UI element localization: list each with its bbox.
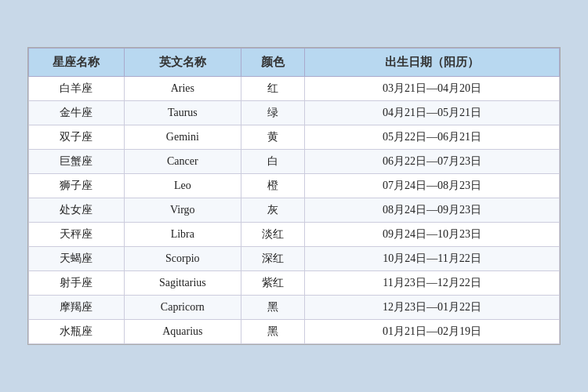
cell-chinese: 白羊座	[29, 77, 125, 101]
cell-dates: 07月24日—08月23日	[305, 174, 560, 198]
table-row: 处女座Virgo灰08月24日—09月23日	[29, 198, 560, 223]
header-date: 出生日期（阳历）	[305, 49, 560, 77]
cell-color: 黑	[241, 320, 304, 344]
table-row: 天秤座Libra淡红09月24日—10月23日	[29, 223, 560, 247]
cell-color: 白	[241, 150, 304, 174]
cell-color: 绿	[241, 101, 304, 125]
cell-chinese: 处女座	[29, 198, 125, 223]
cell-color: 紫红	[241, 271, 304, 296]
cell-dates: 04月21日—05月21日	[305, 101, 560, 125]
zodiac-table: 星座名称 英文名称 颜色 出生日期（阳历） 白羊座Aries红03月21日—04…	[28, 48, 560, 344]
table-row: 白羊座Aries红03月21日—04月20日	[29, 77, 560, 101]
cell-english: Gemini	[124, 125, 241, 150]
cell-english: Leo	[124, 174, 241, 198]
table-row: 摩羯座Capricorn黑12月23日—01月22日	[29, 296, 560, 320]
cell-chinese: 天秤座	[29, 223, 125, 247]
cell-english: Libra	[124, 223, 241, 247]
header-chinese: 星座名称	[29, 49, 125, 77]
cell-english: Cancer	[124, 150, 241, 174]
cell-dates: 09月24日—10月23日	[305, 223, 560, 247]
cell-dates: 10月24日—11月22日	[305, 247, 560, 271]
cell-color: 淡红	[241, 223, 304, 247]
cell-color: 橙	[241, 174, 304, 198]
cell-color: 红	[241, 77, 304, 101]
cell-color: 深红	[241, 247, 304, 271]
cell-chinese: 射手座	[29, 271, 125, 296]
cell-english: Aquarius	[124, 320, 241, 344]
cell-dates: 12月23日—01月22日	[305, 296, 560, 320]
cell-english: Virgo	[124, 198, 241, 223]
cell-chinese: 天蝎座	[29, 247, 125, 271]
table-row: 天蝎座Scorpio深红10月24日—11月22日	[29, 247, 560, 271]
cell-color: 灰	[241, 198, 304, 223]
cell-dates: 06月22日—07月23日	[305, 150, 560, 174]
cell-dates: 08月24日—09月23日	[305, 198, 560, 223]
cell-chinese: 巨蟹座	[29, 150, 125, 174]
cell-dates: 11月23日—12月22日	[305, 271, 560, 296]
cell-english: Scorpio	[124, 247, 241, 271]
header-english: 英文名称	[124, 49, 241, 77]
cell-chinese: 双子座	[29, 125, 125, 150]
table-row: 金牛座Taurus绿04月21日—05月21日	[29, 101, 560, 125]
cell-color: 黄	[241, 125, 304, 150]
cell-english: Capricorn	[124, 296, 241, 320]
cell-chinese: 金牛座	[29, 101, 125, 125]
table-row: 水瓶座Aquarius黑01月21日—02月19日	[29, 320, 560, 344]
cell-dates: 03月21日—04月20日	[305, 77, 560, 101]
table-row: 双子座Gemini黄05月22日—06月21日	[29, 125, 560, 150]
cell-chinese: 狮子座	[29, 174, 125, 198]
table-header-row: 星座名称 英文名称 颜色 出生日期（阳历）	[29, 49, 560, 77]
cell-color: 黑	[241, 296, 304, 320]
table-row: 狮子座Leo橙07月24日—08月23日	[29, 174, 560, 198]
cell-english: Sagittarius	[124, 271, 241, 296]
table-body: 白羊座Aries红03月21日—04月20日金牛座Taurus绿04月21日—0…	[29, 77, 560, 344]
header-color: 颜色	[241, 49, 304, 77]
table-row: 射手座Sagittarius紫红11月23日—12月22日	[29, 271, 560, 296]
cell-chinese: 水瓶座	[29, 320, 125, 344]
cell-dates: 01月21日—02月19日	[305, 320, 560, 344]
cell-chinese: 摩羯座	[29, 296, 125, 320]
cell-english: Aries	[124, 77, 241, 101]
zodiac-table-container: 星座名称 英文名称 颜色 出生日期（阳历） 白羊座Aries红03月21日—04…	[27, 47, 561, 345]
cell-english: Taurus	[124, 101, 241, 125]
table-row: 巨蟹座Cancer白06月22日—07月23日	[29, 150, 560, 174]
cell-dates: 05月22日—06月21日	[305, 125, 560, 150]
